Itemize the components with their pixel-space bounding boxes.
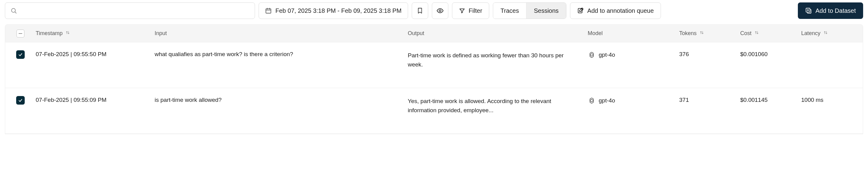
add-to-annotation-queue-button[interactable]: Add to annotation queue <box>570 2 661 19</box>
col-header-latency-label: Latency <box>801 30 820 36</box>
svg-point-6 <box>439 10 441 11</box>
filter-icon <box>459 8 465 14</box>
calendar-icon <box>265 7 272 14</box>
col-header-latency[interactable]: Latency <box>801 30 863 37</box>
cell-input: is part-time work allowed? <box>155 97 408 103</box>
view-toggle: Traces Sessions <box>493 2 566 19</box>
tab-traces-label: Traces <box>500 7 519 14</box>
cell-tokens: 376 <box>679 51 740 58</box>
sort-icon <box>823 30 828 36</box>
openai-icon <box>588 51 596 59</box>
col-header-cost[interactable]: Cost <box>740 30 801 37</box>
filter-label: Filter <box>469 7 482 14</box>
search-input[interactable] <box>5 2 255 19</box>
table-row[interactable]: 07-Feb-2025 | 09:55:50 PM what qualiafie… <box>5 42 863 88</box>
col-header-input[interactable]: Input <box>155 30 408 37</box>
table-row[interactable]: 07-Feb-2025 | 09:55:09 PM is part-time w… <box>5 88 863 134</box>
eye-icon <box>436 7 444 14</box>
col-header-timestamp[interactable]: Timestamp <box>36 30 155 37</box>
minus-icon <box>19 33 22 34</box>
annotation-icon <box>577 7 584 14</box>
select-all-checkbox[interactable] <box>17 30 24 37</box>
svg-rect-2 <box>266 9 271 13</box>
cell-model: gpt-4o <box>588 51 679 59</box>
cell-latency: 1000 ms <box>801 97 863 103</box>
col-header-output[interactable]: Output <box>408 29 588 38</box>
col-header-cost-label: Cost <box>740 30 751 36</box>
tab-traces[interactable]: Traces <box>493 3 526 19</box>
cell-output: Yes, part-time work is allowed. Accordin… <box>408 97 588 115</box>
col-header-tokens[interactable]: Tokens <box>679 30 740 37</box>
col-header-input-label: Input <box>155 30 167 36</box>
add-to-dataset-button[interactable]: Add to Dataset <box>798 2 863 19</box>
col-header-tokens-label: Tokens <box>679 30 696 36</box>
col-header-model-label: Model <box>588 30 603 36</box>
table-header: Timestamp Input Output Model Tokens Cost <box>5 25 863 42</box>
search-field-wrap <box>5 2 255 19</box>
cell-tokens: 371 <box>679 97 740 103</box>
search-icon <box>10 7 17 14</box>
cell-input: what qualiafies as part-time work? is th… <box>155 51 408 58</box>
bookmark-icon <box>416 7 423 14</box>
col-header-timestamp-label: Timestamp <box>36 30 63 36</box>
svg-point-0 <box>11 8 16 12</box>
toolbar: Feb 07, 2025 3:18 PM - Feb 09, 2025 3:18… <box>0 0 868 21</box>
sort-icon <box>754 30 759 36</box>
cell-output: Part-time work is defined as working few… <box>408 51 588 69</box>
cell-model-label: gpt-4o <box>599 97 615 104</box>
dataset-icon <box>805 7 812 14</box>
tab-sessions-label: Sessions <box>534 7 558 14</box>
bookmark-button[interactable] <box>412 2 428 19</box>
cell-cost: $0.001145 <box>740 97 801 103</box>
col-header-model[interactable]: Model <box>588 30 679 37</box>
col-header-output-label: Output <box>408 30 424 36</box>
cell-cost: $0.001060 <box>740 51 801 58</box>
svg-line-1 <box>15 12 16 13</box>
row-checkbox[interactable] <box>16 96 25 104</box>
annotation-label: Add to annotation queue <box>587 7 654 14</box>
cell-model: gpt-4o <box>588 97 679 104</box>
filter-button[interactable]: Filter <box>452 2 489 19</box>
results-table: Timestamp Input Output Model Tokens Cost <box>5 24 863 134</box>
cell-timestamp: 07-Feb-2025 | 09:55:09 PM <box>36 97 155 103</box>
sort-icon <box>699 30 704 36</box>
cell-model-label: gpt-4o <box>599 52 615 58</box>
dataset-label: Add to Dataset <box>815 7 856 14</box>
openai-icon <box>588 97 596 104</box>
date-range-label: Feb 07, 2025 3:18 PM - Feb 09, 2025 3:18… <box>275 7 402 14</box>
visibility-button[interactable] <box>432 2 448 19</box>
cell-timestamp: 07-Feb-2025 | 09:55:50 PM <box>36 51 155 58</box>
sort-icon <box>65 30 70 36</box>
row-checkbox[interactable] <box>16 50 25 59</box>
tab-sessions[interactable]: Sessions <box>526 3 566 19</box>
date-range-picker[interactable]: Feb 07, 2025 3:18 PM - Feb 09, 2025 3:18… <box>259 2 408 19</box>
